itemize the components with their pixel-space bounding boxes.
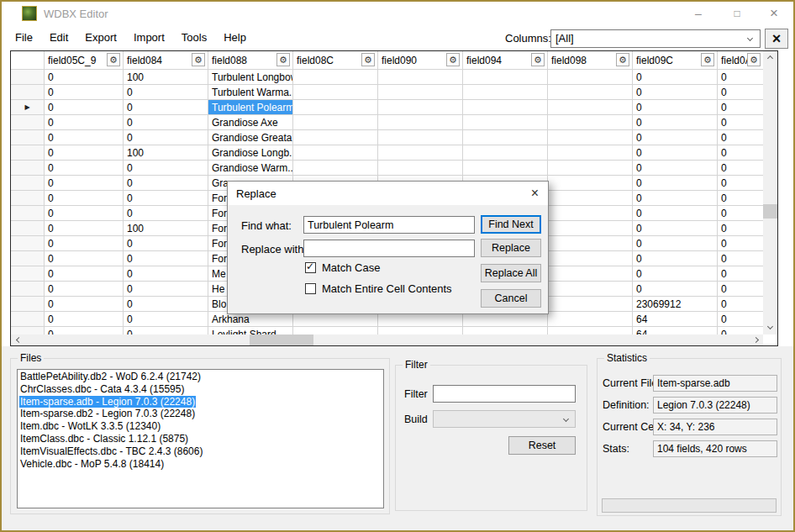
grid-cell[interactable] [378,161,463,176]
grid-cell[interactable] [548,312,633,327]
grid-cell[interactable] [548,85,633,100]
row-header[interactable] [11,282,45,297]
row-header[interactable] [11,312,45,327]
grid-cell[interactable]: 0 [633,191,718,206]
grid-cell[interactable] [293,327,378,334]
grid-cell[interactable] [548,251,633,266]
grid-cell[interactable]: 0 [718,145,764,161]
grid-cell[interactable]: Grandiose Greata... [208,130,293,145]
grid-cell[interactable]: 64 [633,312,718,327]
grid-cell[interactable]: 0 [633,130,718,145]
row-header[interactable] [11,297,45,312]
grid-cell[interactable]: Turbulent Longbow [208,70,293,85]
grid-cell[interactable] [378,100,463,115]
grid-cell[interactable] [293,161,378,176]
list-item[interactable]: ItemClass.dbc - Classic 1.12.1 (5875) [18,433,383,445]
grid-cell[interactable]: 0 [45,312,124,327]
dialog-close-icon[interactable]: × [531,186,539,201]
gear-icon[interactable]: ⚙ [747,53,761,66]
grid-cell[interactable]: 0 [45,176,124,191]
grid-cell[interactable]: 0 [633,282,718,297]
grid-cell[interactable] [293,70,378,85]
grid-cell[interactable]: Grandiose Longb... [208,145,293,161]
list-item[interactable]: BattlePetAbility.db2 - WoD 6.2.4 (21742) [18,371,383,383]
row-header[interactable] [11,206,45,221]
gear-icon[interactable]: ⚙ [616,53,629,66]
menu-item-tools[interactable]: Tools [173,31,215,44]
list-item[interactable]: Vehicle.dbc - MoP 5.4.8 (18414) [18,458,383,471]
replace-button[interactable]: Replace [481,239,541,257]
grid-cell[interactable]: 0 [45,327,124,334]
grid-cell[interactable]: 0 [45,115,124,130]
scroll-up-arrow-icon[interactable] [763,51,777,66]
gear-icon[interactable]: ⚙ [192,53,205,66]
grid-cell[interactable]: 0 [124,236,208,251]
grid-cell[interactable]: 0 [124,115,208,130]
filter-input[interactable] [433,385,576,403]
grid-cell[interactable]: 0 [124,191,208,206]
menu-item-help[interactable]: Help [215,31,255,44]
grid-cell[interactable]: 0 [45,206,124,221]
grid-cell[interactable]: 0 [633,70,718,85]
grid-cell[interactable]: 23069912 [633,297,718,312]
gear-icon[interactable]: ⚙ [531,53,545,66]
row-header[interactable]: ▶ [11,100,45,115]
grid-cell[interactable] [378,85,463,100]
grid-cell[interactable]: Leylight Shard [208,327,293,334]
build-dropdown[interactable] [433,410,576,428]
grid-cell[interactable]: 0 [718,236,764,251]
grid-cell[interactable]: 0 [124,251,208,266]
close-button[interactable]: × [760,2,788,25]
grid-cell[interactable]: 0 [718,327,764,334]
clear-columns-button[interactable]: × [765,29,788,49]
column-header-field0A0[interactable]: field0A0⚙ [718,51,764,70]
grid-cell[interactable] [463,130,548,145]
list-item[interactable]: ItemVisualEffects.dbc - TBC 2.4.3 (8606) [18,445,383,458]
gear-icon[interactable]: ⚙ [361,53,375,66]
grid-cell[interactable] [548,327,633,334]
grid-cell[interactable] [378,115,463,130]
replace-with-input[interactable] [303,240,475,257]
menu-item-import[interactable]: Import [125,31,173,44]
grid-cell[interactable]: 0 [718,206,764,221]
grid-cell[interactable]: Grandiose Warm... [208,161,293,176]
grid-cell[interactable]: 0 [124,161,208,176]
grid-cell[interactable] [548,297,633,312]
horizontal-scrollbar-thumb[interactable] [250,334,313,345]
column-header-field08C[interactable]: field08C⚙ [293,51,378,70]
grid-cell[interactable]: 0 [124,282,208,297]
grid-cell[interactable]: 0 [633,206,718,221]
grid-cell[interactable]: 0 [718,176,764,191]
grid-cell[interactable]: 0 [718,297,764,312]
row-header[interactable] [11,161,45,176]
grid-cell[interactable] [548,221,633,236]
grid-cell[interactable] [548,236,633,251]
column-header-field090[interactable]: field090⚙ [378,51,463,70]
columns-dropdown[interactable]: [All] [550,29,761,48]
grid-cell[interactable]: 0 [633,85,718,100]
minimize-button[interactable]: – [684,2,713,25]
grid-cell[interactable]: Grandiose Axe [208,115,293,130]
grid-cell[interactable] [378,70,463,85]
grid-cell[interactable]: 0 [718,312,764,327]
grid-cell[interactable]: 0 [45,251,124,266]
grid-cell[interactable]: 0 [45,85,124,100]
gear-icon[interactable]: ⚙ [701,53,714,66]
grid-cell[interactable] [463,115,548,130]
grid-cell[interactable] [463,327,548,334]
column-header-field09C[interactable]: field09C⚙ [633,51,718,70]
match-case-checkbox[interactable]: ✓ [305,262,316,273]
grid-cell[interactable]: 0 [718,266,764,282]
gear-icon[interactable]: ⚙ [276,53,290,66]
menu-item-edit[interactable]: Edit [41,31,76,44]
grid-cell[interactable]: 100 [124,70,208,85]
grid-cell[interactable]: 100 [124,221,208,236]
grid-cell[interactable] [463,70,548,85]
grid-cell[interactable]: 0 [718,85,764,100]
grid-cell[interactable]: 0 [45,161,124,176]
grid-cell[interactable]: 0 [45,266,124,282]
grid-cell[interactable]: Turbulent Warma... [208,85,293,100]
menu-item-file[interactable]: File [7,31,41,44]
row-header[interactable] [11,327,45,334]
grid-cell[interactable]: 0 [633,266,718,282]
